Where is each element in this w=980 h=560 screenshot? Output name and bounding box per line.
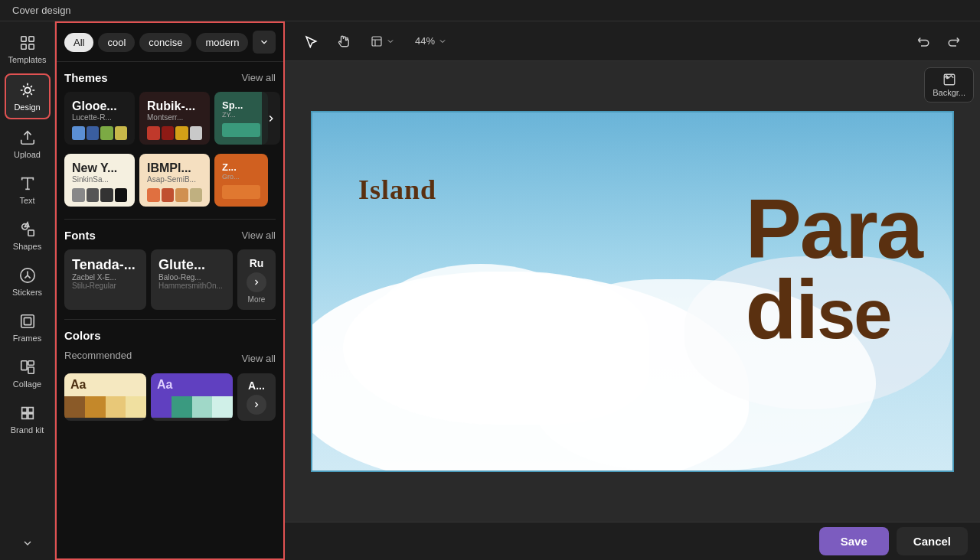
redo-btn[interactable] [940, 28, 968, 55]
sidebar-item-shapes[interactable]: Shapes [5, 214, 51, 257]
undo-redo-group [910, 28, 968, 55]
font-title-2: Glute... [158, 257, 225, 273]
zoom-btn[interactable]: 44% [407, 32, 455, 50]
svg-point-4 [24, 87, 30, 93]
theme-title-5: IBMPl... [147, 161, 202, 175]
sidebar-item-label-stickers: Stickers [12, 288, 42, 297]
theme-swatches-6 [222, 185, 260, 199]
theme-title-6: Z... [222, 161, 260, 173]
themes-next-btn[interactable] [262, 92, 280, 145]
theme-card-ibm[interactable]: IBMPl... Asap-SemiB... [139, 154, 210, 207]
filter-modern[interactable]: modern [196, 33, 248, 52]
select-tool-btn[interactable] [297, 28, 325, 55]
svg-rect-3 [28, 44, 33, 49]
font-card-more[interactable]: Ru More [237, 249, 276, 310]
svg-rect-13 [21, 361, 26, 370]
filter-bar: All cool concise modern [57, 23, 283, 62]
theme-title-2: Rubik-... [147, 99, 202, 113]
svg-rect-1 [28, 37, 33, 41]
filter-expand-btn[interactable] [253, 31, 276, 54]
bottom-bar: Save Cancel [285, 522, 980, 560]
sidebar-item-label-templates: Templates [8, 55, 46, 64]
svg-rect-16 [372, 37, 381, 46]
filter-concise[interactable]: concise [139, 33, 191, 52]
svg-rect-0 [21, 37, 25, 41]
undo-btn[interactable] [910, 28, 937, 55]
themes-view-all[interactable]: View all [241, 72, 276, 83]
fonts-row: Tenada-... Zacbel X-E... Stilu-Regular G… [64, 249, 276, 310]
app-title: Cover design [12, 5, 71, 16]
toolbar: 44% [285, 21, 980, 61]
zoom-level: 44% [415, 35, 435, 47]
canvas-text-paradise[interactable]: Para dise [745, 189, 922, 349]
sidebar-item-templates[interactable]: Templates [5, 28, 51, 70]
title-bar: Cover design [0, 0, 980, 21]
theme-swatches-5 [147, 188, 202, 202]
panel-content: Themes View all Glooe... Lucette-R... [57, 62, 283, 558]
color-card-blue[interactable]: A... [237, 373, 276, 421]
sidebar-item-upload[interactable]: Upload [5, 122, 51, 165]
canvas-frame[interactable]: Island Para dise [311, 111, 954, 472]
svg-rect-12 [24, 317, 31, 324]
collage-icon [18, 358, 37, 376]
theme-card-rubik[interactable]: Rubik-... Montserr... [139, 92, 210, 145]
themes-row-2: New Y... SinkinSa... IBMPl... [64, 154, 276, 207]
theme-title-3: Sp... [222, 99, 260, 111]
color-card-purple[interactable]: Aa [151, 373, 233, 421]
sidebar-item-text[interactable]: Text [5, 168, 51, 211]
font-card-tenada[interactable]: Tenada-... Zacbel X-E... Stilu-Regular [64, 249, 146, 310]
color-cards-row: Aa Aa [64, 373, 276, 421]
sidebar-item-stickers[interactable]: Stickers [5, 260, 51, 303]
stickers-icon [18, 266, 37, 285]
sidebar-item-label-frames: Frames [13, 334, 41, 343]
layout-btn[interactable] [364, 32, 401, 50]
design-panel: All cool concise modern Themes View all [55, 21, 285, 560]
theme-card-newy[interactable]: New Y... SinkinSa... [64, 154, 135, 207]
templates-icon [18, 34, 37, 52]
themes-title: Themes [64, 71, 108, 84]
color-aa-2: Aa [151, 373, 233, 396]
background-btn[interactable]: Backgr... [924, 67, 974, 103]
filter-all[interactable]: All [64, 33, 93, 52]
color-card-warm[interactable]: Aa [64, 373, 146, 421]
colors-view-all[interactable]: View all [241, 353, 276, 364]
theme-sub-5: Asap-SemiB... [147, 175, 202, 184]
main-area: Templates Design Upload [0, 21, 980, 560]
sidebar-item-collage[interactable]: Collage [5, 352, 51, 395]
font-sub2-2: HammersmithOn... [158, 282, 225, 290]
sidebar-item-label-brand: Brand kit [11, 425, 44, 435]
theme-sub-2: Montserr... [147, 113, 202, 122]
canvas-wrapper[interactable]: Island Para dise Backgr... [285, 61, 980, 522]
theme-sub-6: Gro... [222, 173, 260, 181]
canvas-text-island[interactable]: Island [358, 174, 436, 206]
theme-swatches-3 [222, 123, 260, 137]
colors-section-header: Colors [64, 329, 276, 342]
hand-tool-btn[interactable] [331, 28, 358, 55]
font-card-glute[interactable]: Glute... Baloo-Reg... HammersmithOn... [151, 249, 233, 310]
sidebar-item-label-shapes: Shapes [13, 242, 41, 251]
theme-card-glooe[interactable]: Glooe... Lucette-R... [64, 92, 135, 145]
sidebar-item-brand[interactable]: Brand kit [5, 398, 51, 441]
sidebar-item-label-text: Text [19, 196, 34, 205]
svg-rect-2 [21, 44, 25, 49]
canvas-paradise-line2: dise [745, 269, 922, 350]
recommended-label: Recommended [64, 350, 132, 361]
themes-row-1: Glooe... Lucette-R... Rubik-... [64, 92, 276, 145]
fonts-view-all[interactable]: View all [241, 230, 276, 241]
sidebar-item-frames[interactable]: Frames [5, 306, 51, 349]
fonts-title: Fonts [64, 229, 96, 242]
svg-rect-11 [21, 315, 34, 328]
shapes-icon [18, 220, 37, 239]
svg-rect-14 [28, 361, 33, 366]
font-sub2-1: Stilu-Regular [72, 282, 139, 290]
theme-card-z[interactable]: Z... Gro... [214, 154, 268, 207]
divider-1 [64, 219, 276, 220]
color-swatches-2 [151, 396, 233, 418]
theme-card-sp[interactable]: Sp... ZY... [214, 92, 268, 145]
filter-cool[interactable]: cool [98, 33, 135, 52]
sidebar-expand-btn[interactable] [14, 532, 41, 554]
cancel-button[interactable]: Cancel [897, 527, 968, 555]
save-button[interactable]: Save [819, 527, 889, 555]
text-icon [18, 174, 37, 193]
sidebar-item-design[interactable]: Design [5, 73, 51, 119]
